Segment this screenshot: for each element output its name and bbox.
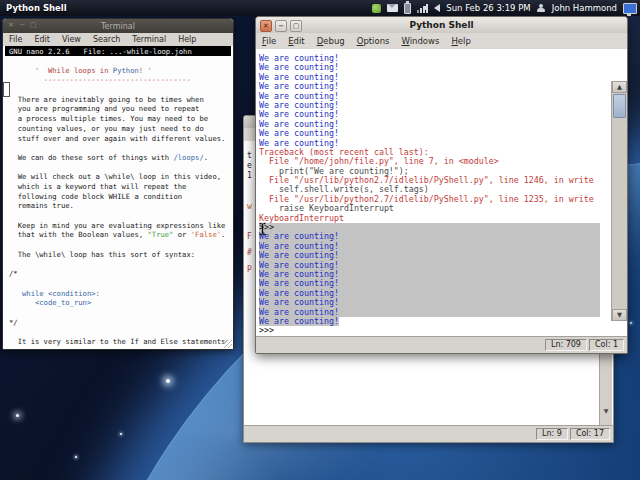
nano-text-line: [9, 308, 233, 318]
panel-indicators: Sun Feb 26 3:19 PM John Hammond: [372, 3, 637, 14]
scroll-down-icon[interactable]: ▼: [612, 309, 627, 321]
nano-text-line: /*: [9, 269, 233, 279]
top-panel: Python Shell Sun Feb 26 3:19 PM John Ham…: [0, 0, 640, 16]
volume-icon[interactable]: [434, 4, 440, 12]
shell-scrollbar[interactable]: ▲ ▼: [611, 81, 627, 321]
menu-item-windows[interactable]: Windows: [395, 36, 445, 46]
star: [16, 414, 19, 417]
scroll-up-icon[interactable]: ▲: [612, 81, 627, 93]
menu-item-file[interactable]: File: [256, 36, 282, 46]
menu-item-edit[interactable]: Edit: [282, 36, 310, 46]
nano-text-line: [9, 143, 233, 153]
close-icon[interactable]: ✕: [260, 20, 272, 32]
nano-text-line: [9, 327, 233, 337]
editor-text-fragment: 1: [247, 171, 252, 180]
menu-item-search[interactable]: Search: [87, 35, 126, 44]
shell-line-indicator: Ln: 709: [545, 339, 587, 351]
close-icon[interactable]: ✕: [7, 20, 15, 30]
nano-text-line: a process multiple times. You may need t…: [9, 114, 233, 124]
nano-text-line: remains true.: [9, 201, 233, 211]
nano-text-line: while <condition>:: [9, 289, 233, 299]
nano-version: GNU nano 2.2.6: [5, 47, 70, 56]
nano-text-line: Keep in mind you are evaluating expressi…: [9, 221, 233, 231]
editor-text-fragment: #: [247, 248, 252, 257]
terminal-resize-grip[interactable]: [224, 340, 232, 348]
maximize-icon[interactable]: ▢: [290, 20, 302, 32]
nano-text-line: following code block WHILE a condition: [9, 192, 233, 202]
menu-item-options[interactable]: Options: [351, 36, 396, 46]
shell-titlebar[interactable]: ✕ − ▢ Python Shell: [256, 17, 627, 34]
nano-header: GNU nano 2.2.6 File: ...-while-loop.john: [5, 46, 231, 56]
menu-item-help[interactable]: Help: [445, 36, 476, 46]
minimize-icon[interactable]: −: [18, 20, 26, 30]
editor-text-fragment: t: [247, 151, 252, 160]
username[interactable]: John Hammond: [552, 3, 617, 13]
battery-icon[interactable]: [404, 3, 411, 14]
maximize-icon[interactable]: ▢: [29, 20, 37, 30]
shell-menubar: FileEditDebugOptionsWindowsHelp: [256, 33, 627, 50]
app-indicator-icon[interactable]: [372, 4, 381, 13]
shell-text-area[interactable]: We are counting!We are counting!We are c…: [256, 49, 627, 337]
editor-statusbar: Ln: 9 Col: 17: [244, 425, 613, 442]
nano-text-line: It is very similar to the If and Else st…: [9, 337, 233, 347]
star: [120, 433, 122, 435]
shell-text-line: KeyboardInterrupt: [259, 214, 600, 223]
nano-text-line: [9, 240, 233, 250]
active-app-title: Python Shell: [6, 3, 67, 13]
menu-item-help[interactable]: Help: [172, 35, 202, 44]
session-icon[interactable]: [623, 3, 637, 14]
scroll-down-icon[interactable]: ▼: [600, 406, 612, 416]
editor-text-fragment: p: [247, 263, 252, 272]
star: [75, 456, 77, 458]
nano-text-line: [9, 279, 233, 289]
nano-text-line: <code_to_run>: [9, 298, 233, 308]
nano-text-line: */: [9, 318, 233, 328]
shell-statusbar: Ln: 709 Col: 1: [256, 336, 627, 353]
star: [166, 379, 170, 383]
star: [630, 322, 632, 324]
menu-item-view[interactable]: View: [56, 35, 87, 44]
editor-line-indicator: Ln: 9: [536, 428, 568, 440]
terminal-text-area[interactable]: GNU nano 2.2.6 File: ...-while-loop.john…: [3, 46, 233, 349]
nano-text-line: ' While loops in Python! ': [9, 66, 233, 76]
shell-text-line: We are counting!: [259, 317, 600, 326]
nano-text-line: ----------------------------------: [9, 75, 233, 85]
python-shell-window: ✕ − ▢ Python Shell FileEditDebugOptionsW…: [255, 16, 628, 354]
nano-text-line: stuff over and over again with different…: [9, 134, 233, 144]
desktop: Python Shell Sun Feb 26 3:19 PM John Ham…: [0, 0, 640, 480]
user-icon[interactable]: [537, 4, 546, 13]
nano-text-line: [9, 211, 233, 221]
shell-col-indicator: Col: 1: [589, 339, 624, 351]
editor-text-fragment: e: [247, 161, 252, 170]
editor-col-indicator: Col: 17: [570, 428, 610, 440]
minimize-icon[interactable]: −: [275, 20, 287, 32]
nano-text-line: that with the Boolean values, "True" or …: [9, 230, 233, 240]
nano-text-line: The \while\ loop has this sort of syntax…: [9, 250, 233, 260]
nano-text-line: There are inevitably going to be times w…: [9, 95, 233, 105]
nano-text-line: We can do these sort of things with /loo…: [9, 153, 233, 163]
nano-text-line: which is a keyword that will repeat the: [9, 182, 233, 192]
nano-text-line: you are programming and you need to repe…: [9, 104, 233, 114]
menu-item-terminal[interactable]: Terminal: [126, 35, 172, 44]
menu-item-debug[interactable]: Debug: [311, 36, 351, 46]
text-cursor-icon: [258, 221, 267, 240]
scrollbar-thumb[interactable]: [613, 94, 626, 118]
mail-icon[interactable]: [387, 4, 398, 12]
clock[interactable]: Sun Feb 26 3:19 PM: [446, 3, 530, 13]
terminal-titlebar[interactable]: ✕ − ▢ Terminal: [3, 19, 233, 33]
terminal-menubar: FileEditViewSearchTerminalHelp: [3, 33, 233, 47]
menu-item-edit[interactable]: Edit: [28, 35, 56, 44]
nano-text-line: counting values, or you may just need to…: [9, 124, 233, 134]
nano-text: ' While loops in Python! ' -------------…: [3, 56, 233, 347]
nano-text-line: We will check out a \while\ loop in this…: [9, 172, 233, 182]
shell-output: We are counting!We are counting!We are c…: [256, 49, 612, 337]
nano-filename: File: ...-while-loop.john: [84, 47, 192, 56]
terminal-cursor: [3, 82, 10, 97]
terminal-title: Terminal: [101, 22, 135, 31]
shell-title: Python Shell: [409, 20, 473, 30]
terminal-window: ✕ − ▢ Terminal FileEditViewSearchTermina…: [2, 18, 234, 350]
menu-item-file[interactable]: File: [3, 35, 28, 44]
nano-text-line: [9, 85, 233, 95]
editor-text-fragment: w: [247, 202, 252, 211]
nano-text-line: [9, 56, 233, 66]
